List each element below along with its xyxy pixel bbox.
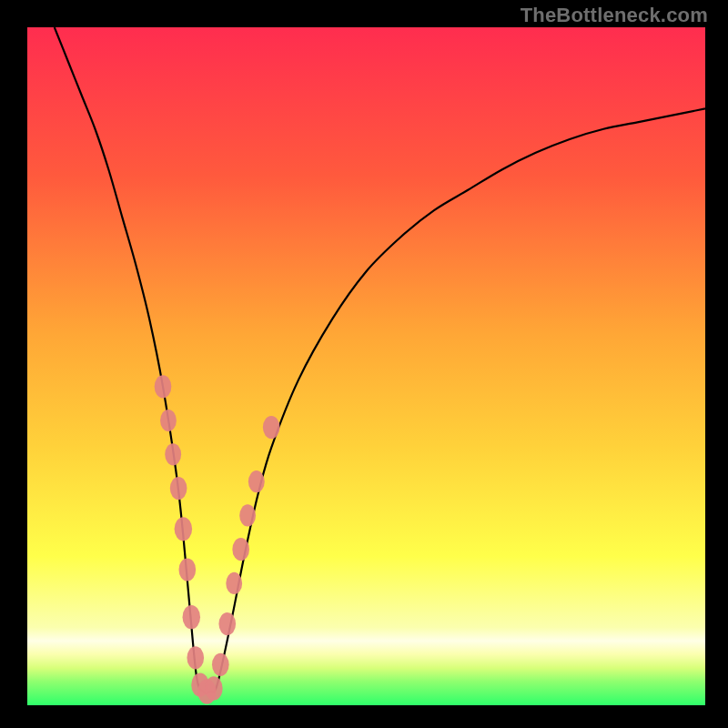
bead-marker: [170, 477, 187, 500]
bead-marker: [165, 443, 181, 465]
bead-marker: [218, 612, 236, 635]
bead-marker: [239, 504, 256, 526]
bottleneck-curve: [55, 27, 705, 693]
bead-marker: [263, 416, 280, 439]
bead-group: [155, 375, 280, 704]
plot-area: [27, 27, 705, 705]
bead-marker: [175, 517, 192, 541]
bead-marker: [205, 676, 222, 700]
curve-layer: [27, 27, 705, 705]
bead-marker: [160, 410, 177, 431]
chart-frame: TheBottleneck.com: [0, 0, 728, 728]
bead-marker: [187, 646, 204, 669]
watermark-label: TheBottleneck.com: [521, 4, 708, 27]
bead-marker: [178, 558, 196, 581]
bead-marker: [248, 470, 265, 492]
bead-marker: [232, 538, 249, 561]
bead-marker: [226, 572, 242, 594]
bead-marker: [183, 605, 200, 629]
bead-marker: [155, 375, 172, 398]
bead-marker: [212, 653, 229, 676]
